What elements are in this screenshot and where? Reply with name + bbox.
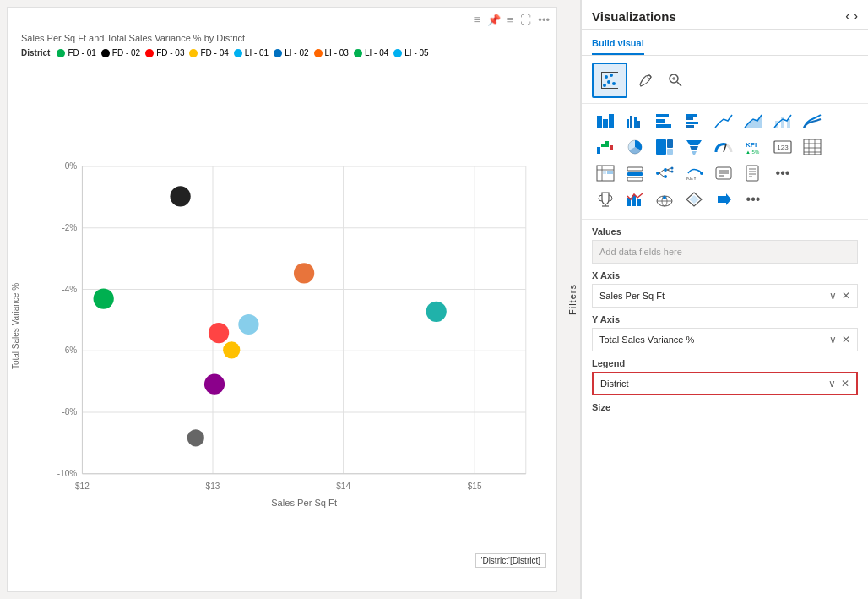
- legend-chevron[interactable]: ∨: [828, 378, 836, 389]
- viz-stacked-bar[interactable]: [592, 109, 619, 133]
- y-axis-label: Total Sales Variance %: [11, 283, 20, 369]
- svg-rect-24: [601, 72, 602, 89]
- viz-diamond[interactable]: [681, 188, 708, 211]
- legend-dot-FD-03: [145, 49, 154, 57]
- svg-rect-54: [601, 144, 605, 147]
- yaxis-value: Total Sales Variance %: [599, 335, 694, 345]
- viz-clustered-bar-h[interactable]: [681, 109, 708, 133]
- viz-paginated-report[interactable]: [740, 161, 767, 185]
- legend-item-fd04: FD - 04: [189, 48, 228, 57]
- field-section-size: Size: [592, 402, 858, 412]
- svg-marker-114: [718, 193, 731, 205]
- legend-value-box[interactable]: District ∨ ✕: [592, 372, 858, 395]
- data-point-li05[interactable]: [426, 302, 447, 322]
- svg-marker-61: [686, 140, 702, 145]
- svg-marker-63: [692, 151, 697, 155]
- viz-stacked-bar-h[interactable]: [651, 109, 678, 133]
- size-label: Size: [592, 402, 858, 412]
- viz-tabs: Build visual: [582, 30, 868, 56]
- viz-area[interactable]: [740, 109, 767, 133]
- chart-container: ≡ 📌 ≡ ⛶ ••• Sales Per Sq Ft and Total Sa…: [7, 7, 557, 592]
- xaxis-chevron[interactable]: ∨: [829, 290, 837, 302]
- svg-line-88: [667, 168, 671, 170]
- viz-gauge[interactable]: [710, 135, 737, 159]
- yaxis-value-box[interactable]: Total Sales Variance % ∨ ✕: [592, 328, 858, 351]
- svg-rect-56: [610, 145, 613, 150]
- viz-treemap[interactable]: [651, 135, 678, 159]
- viz-line[interactable]: [710, 109, 737, 133]
- svg-rect-23: [601, 88, 618, 89]
- viz-pie[interactable]: [621, 135, 648, 159]
- viz-waterfall[interactable]: [592, 135, 619, 159]
- data-point-li02[interactable]: [294, 263, 314, 283]
- legend-dot-LI-04: [354, 49, 362, 57]
- viz-secondary-icons: [632, 67, 837, 94]
- viz-funnel[interactable]: [681, 135, 708, 159]
- legend-close[interactable]: ✕: [841, 378, 849, 389]
- viz-panel-header: Visualizations ‹ ›: [582, 0, 868, 30]
- legend-icons: ∨ ✕: [828, 378, 849, 389]
- legend-dot-FD-02: [101, 49, 110, 57]
- viz-line-cluster[interactable]: [769, 109, 796, 133]
- data-point-fd01[interactable]: [94, 289, 114, 309]
- svg-text:$12: $12: [75, 482, 90, 491]
- viz-type-magnify[interactable]: [662, 67, 689, 94]
- data-point-li01[interactable]: [238, 314, 258, 335]
- filter-icon[interactable]: ≡: [507, 14, 514, 26]
- viz-panel: Visualizations ‹ › Build visual: [581, 0, 868, 599]
- svg-rect-80: [627, 167, 643, 171]
- viz-slicer[interactable]: [621, 161, 648, 185]
- viz-key-influencers[interactable]: KEY: [681, 161, 708, 185]
- viz-more1[interactable]: •••: [769, 161, 796, 185]
- tab-build-visual[interactable]: Build visual: [592, 35, 644, 55]
- legend-label-LI-04: LI - 04: [365, 48, 388, 57]
- values-placeholder[interactable]: Add data fields here: [592, 240, 858, 264]
- svg-rect-22: [601, 72, 618, 73]
- viz-matrix[interactable]: [592, 161, 619, 185]
- viz-trophy[interactable]: [592, 188, 619, 211]
- viz-nav-right[interactable]: ›: [854, 8, 858, 24]
- viz-ribbon[interactable]: [799, 109, 826, 133]
- xaxis-value-box[interactable]: Sales Per Sq Ft ∨ ✕: [592, 284, 858, 308]
- viz-clustered-bar[interactable]: [621, 109, 648, 133]
- viz-bar-line-combo[interactable]: [621, 188, 648, 211]
- viz-type-brush[interactable]: [632, 67, 659, 94]
- svg-line-85: [659, 173, 664, 177]
- data-point-li03[interactable]: [204, 374, 225, 395]
- viz-map-pins[interactable]: [651, 188, 678, 211]
- chart-toolbar: ≡ 📌 ≡ ⛶ •••: [8, 8, 556, 31]
- legend-item-li02: LI - 02: [274, 48, 308, 57]
- xaxis-close[interactable]: ✕: [842, 290, 850, 302]
- svg-text:-4%: -4%: [62, 285, 77, 294]
- svg-marker-49: [745, 115, 762, 128]
- svg-rect-37: [609, 114, 614, 128]
- legend-dot-LI-03: [314, 49, 323, 57]
- viz-fields: Values Add data fields here X Axis Sales…: [582, 220, 868, 599]
- data-point-li04[interactable]: [187, 429, 204, 446]
- svg-rect-78: [603, 171, 606, 174]
- viz-nav-left[interactable]: ‹: [845, 8, 849, 24]
- viz-more-options[interactable]: •••: [740, 188, 767, 211]
- viz-table[interactable]: [799, 135, 826, 159]
- viz-type-scatter-selected[interactable]: [592, 63, 627, 98]
- svg-rect-46: [686, 117, 693, 120]
- viz-arrow-next[interactable]: [710, 188, 737, 211]
- data-point-fd04[interactable]: [223, 341, 240, 358]
- svg-text:▲ 5%: ▲ 5%: [746, 150, 760, 155]
- more-icon[interactable]: •••: [538, 14, 550, 26]
- viz-kpi[interactable]: KPI▲ 5%: [740, 135, 767, 159]
- svg-rect-48: [686, 125, 694, 128]
- yaxis-chevron[interactable]: ∨: [829, 334, 837, 346]
- expand-icon[interactable]: ⛶: [520, 14, 531, 26]
- legend-item-li01: LI - 01: [234, 48, 269, 57]
- viz-smart-narrative[interactable]: [710, 161, 737, 185]
- svg-rect-79: [607, 171, 613, 174]
- viz-decomp-tree[interactable]: [651, 161, 678, 185]
- pin-icon[interactable]: 📌: [487, 14, 501, 26]
- data-point-fd02[interactable]: [170, 186, 190, 206]
- data-point-fd03[interactable]: [209, 323, 229, 343]
- svg-rect-58: [656, 139, 666, 155]
- viz-card[interactable]: 123: [769, 135, 796, 159]
- yaxis-close[interactable]: ✕: [842, 334, 850, 346]
- filters-tab[interactable]: Filters: [564, 0, 581, 599]
